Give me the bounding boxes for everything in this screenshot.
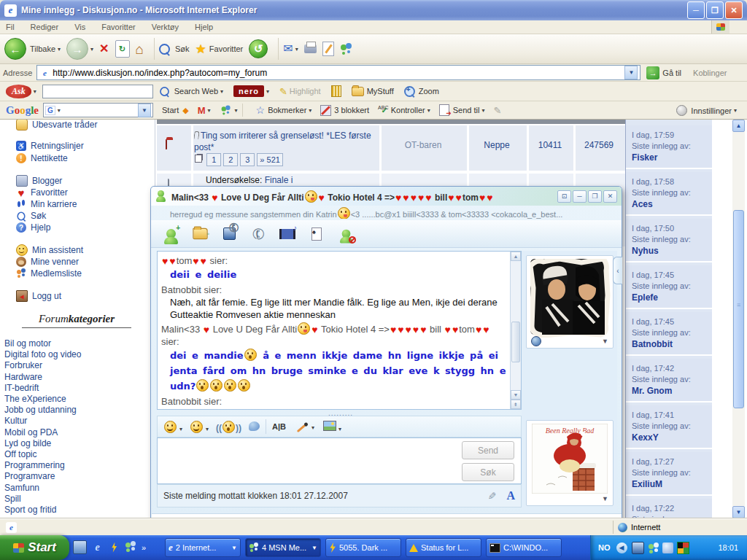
sidebar-item-favoritter[interactable]: ♥ Favoritter [16,187,68,198]
last-post-author-link[interactable]: ExiliuM [632,478,712,490]
last-post-author-link[interactable]: Eplefe [632,292,712,303]
refresh-button[interactable]: ↻ [115,40,130,58]
multipage-icon[interactable] [195,155,202,163]
text-mode-toggle-icon[interactable]: A [506,489,515,502]
chat-scroll-down-button[interactable]: ▼ [511,390,521,400]
sidebar-category-link[interactable]: Lyd og bilde [4,438,150,449]
maximize-button[interactable]: ❐ [706,1,724,19]
nero-button[interactable]: nero [233,85,264,97]
last-post-author-link[interactable]: Batnobbit [632,338,712,350]
send-to-button[interactable]: Send til▾ [439,104,485,116]
menu-favoritter[interactable]: Favoritter [101,23,135,31]
sidebar-item-logg-ut[interactable]: ◂ Logg ut [16,290,61,302]
sidebar-category-link[interactable]: Programmering [4,460,150,471]
task-button-status[interactable]: Status for L... [406,538,481,557]
google-settings-button[interactable]: Innstillinger▾ [676,101,737,120]
mail-dropdown[interactable]: ▾ [295,46,298,52]
home-button[interactable]: ⌂ [136,42,144,56]
chat-scrollbar[interactable]: ▲ ▼ ⇟ [510,252,521,409]
chat-scrollbar-thumb[interactable] [511,322,520,362]
stop-button[interactable]: ✕ [99,43,109,55]
msn-close-button[interactable]: ✕ [603,190,617,203]
messenger-icon[interactable] [125,541,137,553]
language-indicator[interactable]: NO [598,543,611,552]
gmail-button[interactable]: M▾ [198,105,211,116]
sidebar-item-ubesvarte-trader[interactable]: Ubesvarte tråder [16,120,97,131]
panel-collapse-button[interactable]: ‹ [613,257,622,284]
task-button-internet[interactable]: e 2 Internet...▼ [165,538,241,557]
nero-dropdown[interactable]: ▾ [266,88,269,95]
quick-launch-overflow[interactable]: » [142,543,146,552]
font-button[interactable] [272,422,286,431]
sidebar-item-hjelp[interactable]: ? Hjelp [16,222,50,233]
chat-scroll-up-button[interactable]: ▲ [511,252,521,261]
dp-options-arrow[interactable]: ▼ [602,495,608,502]
zoom-button[interactable]: Zoom [419,87,439,96]
activities-button[interactable]: ♪ [276,224,298,244]
google-apps-button[interactable]: ▾ [220,104,238,116]
google-search-dropdown[interactable]: ▼ [138,104,151,117]
sidebar-category-link[interactable]: Digital foto og video [4,349,150,360]
messenger-button[interactable] [340,43,353,55]
highlight-button[interactable]: Highlight [290,87,321,96]
sidebar-category-link[interactable]: Mobil og PDA [4,427,150,438]
sidebar-category-link[interactable]: Sport og fritid [4,505,150,516]
vertical-scrollbar[interactable]: ▲ ▼ [732,120,745,518]
task-button-cmd[interactable]: C:\WINDO... [486,538,562,557]
dp-options-arrow[interactable]: ▼ [602,338,608,345]
grid-icon[interactable] [331,85,341,97]
address-input[interactable]: e http://www.diskusjon.no/index.php?auto… [36,65,640,80]
edit-button[interactable] [322,42,334,56]
sidebar-item-retningslinjer[interactable]: ♿ Retningslinjer [16,140,84,152]
spellcheck-button[interactable]: ABC✓Kontroller▾ [378,106,430,115]
sidebar-item-nettikette[interactable]: ! Nettikette [16,152,68,164]
own-display-picture[interactable]: Been Really Bad ▼ [526,420,614,506]
go-button[interactable]: → Gå til [646,66,681,79]
games-button[interactable]: ♠ [306,224,328,244]
group-dropdown[interactable]: ▼ [311,545,317,551]
scrollbar-thumb[interactable] [733,210,744,408]
thread-starter-cell[interactable]: Neppe [467,140,527,150]
last-post-author-link[interactable]: Nyhus [632,245,712,257]
sidebar-item-min-assistent[interactable]: Min assistent [16,244,83,256]
forward-button[interactable]: → ▾ [66,38,93,60]
history-button[interactable]: ↺ [249,39,268,58]
scroll-down-button[interactable]: ▼ [732,506,745,518]
sidebar-category-link[interactable]: The eXperience [4,394,150,405]
wink-picker-button[interactable]: ▾ [190,421,209,433]
sidebar-category-link[interactable]: Samfunn [4,483,150,494]
back-button[interactable]: ← Tilbake ▾ [4,38,61,60]
network-tray-icon[interactable] [632,542,644,554]
close-button[interactable]: ✕ [725,1,743,19]
sidebar-category-link[interactable]: Off topic [4,449,150,460]
sidebar-item-medlemsliste[interactable]: Medlemsliste [16,268,82,279]
autofill-button[interactable]: ✎ [494,105,502,116]
sidebar-item-min-karriere[interactable]: Min karriere [16,198,77,210]
send-button[interactable]: Send [462,441,514,459]
menu-hjelp[interactable]: Hjelp [195,23,213,31]
google-search-mode-dropdown[interactable]: ▾ [58,107,61,114]
taskbar-clock[interactable]: 18:01 [718,543,738,552]
forward-dropdown[interactable]: ▾ [90,46,93,52]
thread-link[interactable]: Ting som irriterer så grenseløst! *LES f… [194,131,371,152]
internet-explorer-icon[interactable]: e [91,541,104,553]
emoticon-picker-button[interactable]: ▾ [163,421,182,433]
menu-verktoy[interactable]: Verktøy [152,23,179,31]
google-search-input[interactable]: G ▾ ▼ [43,103,153,117]
chat-jump-bottom-button[interactable]: ⇟ [511,400,521,409]
favorites-button[interactable]: ★ Favoritter [196,42,244,57]
menu-vis[interactable]: Vis [74,23,85,31]
sidebar-category-link[interactable]: IT-bedrift [4,383,150,394]
contact-display-picture[interactable]: ▼ [526,255,614,349]
handwriting-button[interactable]: ▾ [296,422,314,431]
app-tray-icon[interactable] [677,542,689,554]
search-button[interactable]: Søk [462,463,514,481]
task-button-msn[interactable]: 4 MSN Me...▼ [245,538,321,557]
sidebar-category-link[interactable]: Hardware [4,372,150,383]
page-button-3[interactable]: 3 [240,153,255,166]
start-button[interactable]: Start [0,535,69,560]
task-button-winamp[interactable]: 5055. Dark ... [325,538,401,557]
mystuff-button[interactable]: MyStuff [367,87,394,96]
thread-link[interactable]: Finale i [265,175,293,185]
video-call-button[interactable]: ✆ [218,224,240,244]
